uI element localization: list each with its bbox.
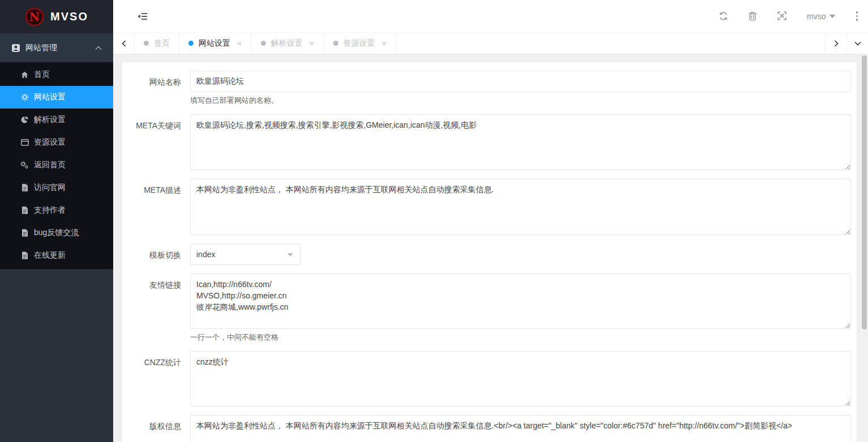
header-actions: mvso <box>719 10 868 22</box>
user-menu[interactable]: mvso <box>807 12 835 21</box>
sidebar-item-label: 首页 <box>34 70 50 80</box>
sidebar-item-resource-settings[interactable]: 资源设置 <box>0 131 113 154</box>
tab-site-settings[interactable]: 网站设置 × <box>179 33 252 54</box>
tabs-menu-icon[interactable] <box>846 33 868 54</box>
sidebar-item-parse-settings[interactable]: 解析设置 <box>0 109 113 131</box>
sidebar-item-official-site[interactable]: 访问官网 <box>0 176 113 199</box>
tab-home[interactable]: 首页 <box>135 33 179 54</box>
form-row-meta-description: META描述 本网站为非盈利性站点， 本网站所有内容均来源于互联网相关站点自动搜… <box>122 179 851 235</box>
tabbar-spacer <box>396 33 825 54</box>
brand-logo: N MVSO <box>0 0 113 33</box>
tab-status-dot <box>333 41 338 46</box>
collapse-menu-icon[interactable] <box>137 12 148 21</box>
tab-status-dot <box>188 41 194 46</box>
tabs-scroll-left-icon[interactable] <box>113 33 135 54</box>
form-row-template-switch: 模板切换 index <box>122 244 851 265</box>
sidebar-item-label: 在线更新 <box>34 250 66 261</box>
cnzz-textarea[interactable]: cnzz统计 <box>190 351 851 406</box>
tab-status-dot <box>144 41 149 46</box>
close-icon[interactable]: × <box>237 39 242 47</box>
sidebar-filler <box>0 269 113 442</box>
trash-icon[interactable] <box>748 11 758 21</box>
template-select-value: index <box>196 250 215 259</box>
form-row-meta-keywords: META关键词 欧皇源码论坛,搜索,视频搜索,搜索引擎,影视搜索,GMeier,… <box>122 114 851 170</box>
sidebar-item-label: 资源设置 <box>34 137 66 148</box>
field-label: META关键词 <box>122 114 181 170</box>
tab-label: 解析设置 <box>271 38 303 49</box>
sidebar-item-support-author[interactable]: 支持作者 <box>0 199 113 222</box>
form-row-cnzz: CNZZ统计 cnzz统计 <box>122 351 851 406</box>
sidebar-item-label: 网站设置 <box>34 92 66 102</box>
tab-parse-settings[interactable]: 解析设置 × <box>252 33 324 54</box>
content-area: 网站名称 填写自己部署网站的名称。 META关键词 欧皇源码论坛,搜索,视频搜索… <box>113 54 868 442</box>
file-icon <box>20 206 29 215</box>
fullscreen-icon[interactable] <box>777 11 787 21</box>
form-row-friend-links: 友情链接 Ican,http://n66tv.com/ MVSO,http://… <box>122 274 851 343</box>
top-header: mvso <box>113 0 868 33</box>
settings-form-card: 网站名称 填写自己部署网站的名称。 META关键词 欧皇源码论坛,搜索,视频搜索… <box>122 62 857 442</box>
form-row-copyright: 版权信息 本网站为非盈利性站点， 本网站所有内容均来源于互联网相关站点自动搜索采… <box>122 415 851 442</box>
friend-links-textarea[interactable]: Ican,http://n66tv.com/ MVSO,http://so.gm… <box>190 274 851 329</box>
form-row-site-name: 网站名称 填写自己部署网站的名称。 <box>122 71 851 106</box>
gear-icon <box>20 93 29 102</box>
brand-logo-icon: N <box>25 7 44 27</box>
meta-keywords-textarea[interactable]: 欧皇源码论坛,搜索,视频搜索,搜索引擎,影视搜索,GMeier,ican,ica… <box>190 114 851 170</box>
field-label: 网站名称 <box>122 71 181 106</box>
sidebar-item-label: bug反馈交流 <box>34 228 79 238</box>
close-icon[interactable]: × <box>310 39 315 47</box>
sidebar-item-bug-feedback[interactable]: bug反馈交流 <box>0 222 113 244</box>
file-icon <box>20 229 29 237</box>
tab-resource-settings[interactable]: 资源设置 × <box>324 33 397 54</box>
scrollbar-thumb[interactable] <box>862 55 867 330</box>
user-icon <box>11 44 20 53</box>
field-label: 友情链接 <box>122 274 181 343</box>
file-icon <box>20 184 29 192</box>
sidebar-item-online-update[interactable]: 在线更新 <box>0 244 113 267</box>
field-help-text: 一行一个，中间不能有空格 <box>190 332 851 343</box>
username: mvso <box>807 12 826 21</box>
chevron-up-icon <box>95 46 102 50</box>
tabs-scroll-right-icon[interactable] <box>825 33 846 54</box>
home-icon <box>20 71 29 79</box>
field-label: META描述 <box>122 179 181 235</box>
tab-label: 首页 <box>154 38 170 49</box>
refresh-icon[interactable] <box>719 11 728 21</box>
chevron-down-icon <box>287 253 293 257</box>
sidebar-item-home[interactable]: 首页 <box>0 63 113 86</box>
cogs-icon <box>20 161 29 170</box>
copyright-textarea[interactable]: 本网站为非盈利性站点， 本网站所有内容均来源于互联网相关站点自动搜索采集信息.<… <box>190 415 851 442</box>
sidebar-item-label: 返回首页 <box>34 160 66 170</box>
meta-description-textarea[interactable]: 本网站为非盈利性站点， 本网站所有内容均来源于互联网相关站点自动搜索采集信息. <box>190 179 851 235</box>
vertical-scrollbar[interactable] <box>861 54 868 442</box>
sidebar-item-label: 解析设置 <box>34 115 66 125</box>
sidebar-item-site-settings[interactable]: 网站设置 <box>0 86 113 109</box>
sidebar-group-website-management[interactable]: 网站管理 <box>0 33 113 62</box>
file-icon <box>20 252 29 260</box>
field-help-text: 填写自己部署网站的名称。 <box>190 96 851 106</box>
window-icon <box>20 138 29 147</box>
tab-bar: 首页 网站设置 × 解析设置 × 资源设置 × <box>113 33 868 54</box>
site-name-input[interactable] <box>190 71 851 92</box>
brand-name: MVSO <box>50 10 88 23</box>
sidebar-item-label: 访问官网 <box>34 183 66 193</box>
sidebar: N MVSO 网站管理 首页 <box>0 0 113 442</box>
field-label: CNZZ统计 <box>122 351 181 406</box>
main-area: mvso 首页 网站设置 × 解析设置 × 资源设置 × <box>113 0 868 442</box>
sidebar-menu: 首页 网站设置 <box>0 62 113 269</box>
close-icon[interactable]: × <box>382 39 387 47</box>
field-label: 模板切换 <box>122 244 181 265</box>
tab-status-dot <box>261 41 266 46</box>
svg-text:N: N <box>29 10 40 24</box>
template-select[interactable]: index <box>190 244 300 265</box>
tab-label: 资源设置 <box>343 38 375 49</box>
sidebar-group-label: 网站管理 <box>25 43 57 53</box>
sidebar-item-back-to-home[interactable]: 返回首页 <box>0 154 113 176</box>
chevron-down-icon <box>830 15 835 18</box>
pie-chart-icon <box>20 116 29 124</box>
more-options-icon[interactable] <box>855 10 860 22</box>
tab-label: 网站设置 <box>199 38 230 49</box>
field-label: 版权信息 <box>122 415 181 442</box>
sidebar-item-label: 支持作者 <box>34 205 66 215</box>
